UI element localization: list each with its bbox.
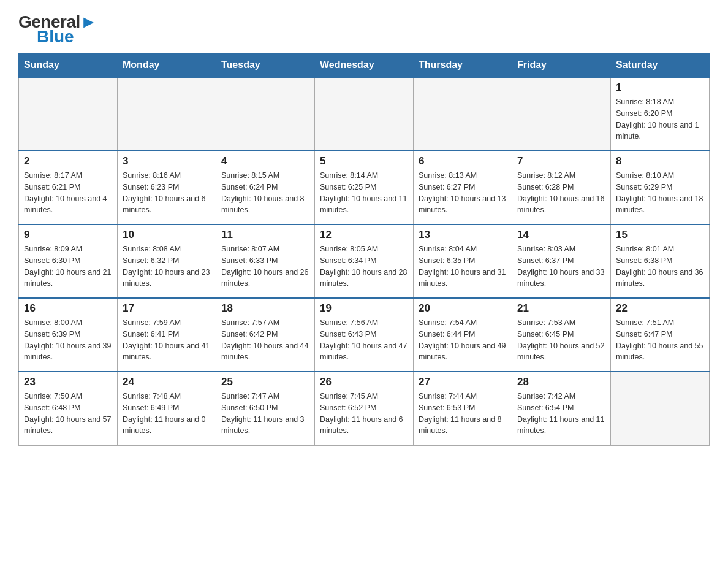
day-info: Sunrise: 7:57 AMSunset: 6:42 PMDaylight:… (221, 317, 309, 363)
calendar-cell: 19Sunrise: 7:56 AMSunset: 6:43 PMDayligh… (315, 298, 414, 372)
day-number: 25 (221, 376, 309, 388)
day-info: Sunrise: 8:15 AMSunset: 6:24 PMDaylight:… (221, 170, 309, 216)
day-info: Sunrise: 8:17 AMSunset: 6:21 PMDaylight:… (24, 170, 112, 216)
calendar-cell: 26Sunrise: 7:45 AMSunset: 6:52 PMDayligh… (315, 372, 414, 445)
logo: General► Blue (18, 12, 97, 47)
calendar-cell: 11Sunrise: 8:07 AMSunset: 6:33 PMDayligh… (216, 224, 315, 298)
day-info: Sunrise: 7:45 AMSunset: 6:52 PMDaylight:… (320, 391, 408, 437)
day-number: 15 (616, 229, 704, 241)
calendar-cell: 9Sunrise: 8:09 AMSunset: 6:30 PMDaylight… (19, 224, 118, 298)
calendar-cell: 22Sunrise: 7:51 AMSunset: 6:47 PMDayligh… (611, 298, 710, 372)
day-number: 12 (320, 229, 408, 241)
day-info: Sunrise: 7:54 AMSunset: 6:44 PMDaylight:… (419, 317, 507, 363)
day-info: Sunrise: 8:12 AMSunset: 6:28 PMDaylight:… (517, 170, 605, 216)
column-header-saturday: Saturday (611, 53, 710, 78)
day-number: 24 (123, 376, 211, 388)
calendar-cell: 15Sunrise: 8:01 AMSunset: 6:38 PMDayligh… (611, 224, 710, 298)
day-info: Sunrise: 7:50 AMSunset: 6:48 PMDaylight:… (24, 391, 112, 437)
calendar-cell (414, 77, 512, 151)
day-number: 22 (616, 302, 704, 315)
day-info: Sunrise: 8:03 AMSunset: 6:37 PMDaylight:… (517, 243, 605, 289)
day-info: Sunrise: 8:04 AMSunset: 6:35 PMDaylight:… (419, 243, 507, 289)
day-info: Sunrise: 7:42 AMSunset: 6:54 PMDaylight:… (517, 391, 605, 437)
day-info: Sunrise: 7:59 AMSunset: 6:41 PMDaylight:… (123, 317, 211, 363)
day-number: 16 (24, 302, 112, 315)
day-number: 17 (123, 302, 211, 315)
calendar-cell: 14Sunrise: 8:03 AMSunset: 6:37 PMDayligh… (512, 224, 611, 298)
day-number: 27 (419, 376, 507, 388)
column-header-tuesday: Tuesday (216, 53, 315, 78)
week-row-3: 9Sunrise: 8:09 AMSunset: 6:30 PMDaylight… (19, 224, 710, 298)
logo-blue-text: Blue (37, 27, 74, 47)
day-info: Sunrise: 7:51 AMSunset: 6:47 PMDaylight:… (616, 317, 704, 363)
day-info: Sunrise: 8:10 AMSunset: 6:29 PMDaylight:… (616, 170, 704, 216)
day-number: 11 (221, 229, 309, 241)
calendar-cell: 16Sunrise: 8:00 AMSunset: 6:39 PMDayligh… (19, 298, 118, 372)
day-number: 5 (320, 155, 408, 167)
day-info: Sunrise: 8:05 AMSunset: 6:34 PMDaylight:… (320, 243, 408, 289)
column-header-wednesday: Wednesday (315, 53, 414, 78)
day-info: Sunrise: 8:14 AMSunset: 6:25 PMDaylight:… (320, 170, 408, 216)
week-row-2: 2Sunrise: 8:17 AMSunset: 6:21 PMDaylight… (19, 151, 710, 224)
day-number: 10 (123, 229, 211, 241)
calendar-cell (118, 77, 216, 151)
day-number: 14 (517, 229, 605, 241)
calendar-cell: 3Sunrise: 8:16 AMSunset: 6:23 PMDaylight… (118, 151, 216, 224)
calendar-cell: 6Sunrise: 8:13 AMSunset: 6:27 PMDaylight… (414, 151, 512, 224)
calendar-cell: 10Sunrise: 8:08 AMSunset: 6:32 PMDayligh… (118, 224, 216, 298)
calendar-table: SundayMondayTuesdayWednesdayThursdayFrid… (18, 53, 710, 446)
calendar-cell: 5Sunrise: 8:14 AMSunset: 6:25 PMDaylight… (315, 151, 414, 224)
day-number: 2 (24, 155, 112, 167)
week-row-5: 23Sunrise: 7:50 AMSunset: 6:48 PMDayligh… (19, 372, 710, 445)
day-info: Sunrise: 8:18 AMSunset: 6:20 PMDaylight:… (616, 96, 704, 142)
calendar-header-row: SundayMondayTuesdayWednesdayThursdayFrid… (19, 53, 710, 78)
calendar-cell (611, 372, 710, 445)
calendar-cell: 4Sunrise: 8:15 AMSunset: 6:24 PMDaylight… (216, 151, 315, 224)
day-number: 13 (419, 229, 507, 241)
day-number: 1 (616, 82, 704, 94)
calendar-cell: 8Sunrise: 8:10 AMSunset: 6:29 PMDaylight… (611, 151, 710, 224)
day-number: 8 (616, 155, 704, 167)
day-number: 9 (24, 229, 112, 241)
calendar-cell: 1Sunrise: 8:18 AMSunset: 6:20 PMDaylight… (611, 77, 710, 151)
day-info: Sunrise: 7:56 AMSunset: 6:43 PMDaylight:… (320, 317, 408, 363)
column-header-monday: Monday (118, 53, 216, 78)
day-info: Sunrise: 8:07 AMSunset: 6:33 PMDaylight:… (221, 243, 309, 289)
day-number: 7 (517, 155, 605, 167)
day-info: Sunrise: 7:53 AMSunset: 6:45 PMDaylight:… (517, 317, 605, 363)
calendar-cell: 25Sunrise: 7:47 AMSunset: 6:50 PMDayligh… (216, 372, 315, 445)
calendar-cell: 24Sunrise: 7:48 AMSunset: 6:49 PMDayligh… (118, 372, 216, 445)
day-number: 19 (320, 302, 408, 315)
day-number: 4 (221, 155, 309, 167)
calendar-cell (19, 77, 118, 151)
day-number: 18 (221, 302, 309, 315)
calendar-cell: 23Sunrise: 7:50 AMSunset: 6:48 PMDayligh… (19, 372, 118, 445)
calendar-cell: 28Sunrise: 7:42 AMSunset: 6:54 PMDayligh… (512, 372, 611, 445)
day-info: Sunrise: 8:09 AMSunset: 6:30 PMDaylight:… (24, 243, 112, 289)
calendar-cell (315, 77, 414, 151)
column-header-sunday: Sunday (19, 53, 118, 78)
day-info: Sunrise: 8:00 AMSunset: 6:39 PMDaylight:… (24, 317, 112, 363)
week-row-4: 16Sunrise: 8:00 AMSunset: 6:39 PMDayligh… (19, 298, 710, 372)
calendar-cell: 13Sunrise: 8:04 AMSunset: 6:35 PMDayligh… (414, 224, 512, 298)
day-info: Sunrise: 8:13 AMSunset: 6:27 PMDaylight:… (419, 170, 507, 216)
calendar-cell: 20Sunrise: 7:54 AMSunset: 6:44 PMDayligh… (414, 298, 512, 372)
day-info: Sunrise: 8:16 AMSunset: 6:23 PMDaylight:… (123, 170, 211, 216)
calendar-cell: 21Sunrise: 7:53 AMSunset: 6:45 PMDayligh… (512, 298, 611, 372)
column-header-friday: Friday (512, 53, 611, 78)
calendar-cell (216, 77, 315, 151)
day-info: Sunrise: 7:47 AMSunset: 6:50 PMDaylight:… (221, 391, 309, 437)
calendar-cell: 12Sunrise: 8:05 AMSunset: 6:34 PMDayligh… (315, 224, 414, 298)
day-number: 28 (517, 376, 605, 388)
calendar-cell: 7Sunrise: 8:12 AMSunset: 6:28 PMDaylight… (512, 151, 611, 224)
day-info: Sunrise: 8:08 AMSunset: 6:32 PMDaylight:… (123, 243, 211, 289)
day-number: 21 (517, 302, 605, 315)
calendar-cell (512, 77, 611, 151)
calendar-cell: 2Sunrise: 8:17 AMSunset: 6:21 PMDaylight… (19, 151, 118, 224)
day-number: 20 (419, 302, 507, 315)
day-info: Sunrise: 8:01 AMSunset: 6:38 PMDaylight:… (616, 243, 704, 289)
day-number: 3 (123, 155, 211, 167)
calendar-cell: 27Sunrise: 7:44 AMSunset: 6:53 PMDayligh… (414, 372, 512, 445)
day-number: 23 (24, 376, 112, 388)
logo-arrow-icon: ► (80, 12, 97, 31)
